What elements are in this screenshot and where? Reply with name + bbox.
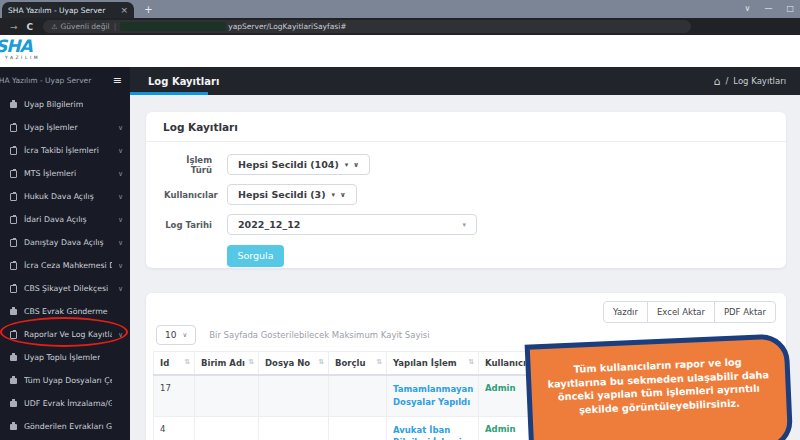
kullanicilar-dropdown[interactable]: Hepsi Secildi (3) ▾ ∨: [227, 184, 357, 205]
sidebar-item-udf-evrak[interactable]: UDF Evrak İmzalama/Görüntüleme: [0, 392, 130, 415]
briefcase-icon: [10, 102, 17, 108]
breadcrumb-current: Log Kayıtları: [733, 76, 786, 86]
col-header-id[interactable]: Id⇅: [154, 352, 195, 376]
url-redacted-host: [120, 22, 226, 31]
browser-url-bar: → C ⚠ Güvenli değil | yapServer/LogKayit…: [0, 18, 800, 35]
omnibox[interactable]: ⚠ Güvenli değil | yapServer/LogKayitlari…: [43, 20, 691, 33]
sort-icon[interactable]: ⇅: [318, 358, 324, 366]
sorgula-button[interactable]: Sorgula: [227, 245, 284, 267]
browser-tab-strip: SHA Yazılım - Uyap Server × + ∨ — □: [0, 0, 800, 18]
sidebar-title: SHA Yazılım - Uyap Server: [0, 76, 98, 85]
islem-link[interactable]: Tamamlanmayan Dosyalar Yapıldı: [393, 384, 473, 407]
caret-down-icon: ▾: [462, 221, 466, 229]
cell-borclu: [329, 416, 387, 440]
cell-birim: [195, 375, 259, 416]
minimize-icon[interactable]: —: [764, 1, 772, 17]
cell-dosya: [259, 375, 329, 416]
new-tab-button[interactable]: +: [142, 3, 155, 16]
tab-close-icon[interactable]: ×: [120, 5, 128, 15]
url-path: yapServer/LogKayitlariSayfasi#: [228, 22, 346, 31]
chevron-down-icon: ∨: [118, 239, 123, 247]
sidebar-item-uyap-islemler[interactable]: Uyap İşlemler ∨: [0, 116, 130, 139]
islem-link[interactable]: Avukat İban Bilgileri İşlemi Yapıldı: [393, 425, 462, 440]
log-tarihi-select[interactable]: 2022_12_12 ▾: [227, 214, 477, 235]
islem-turu-label: İşlem Türü: [164, 155, 212, 175]
sort-icon[interactable]: ⇅: [184, 358, 190, 366]
home-icon[interactable]: ⌂: [713, 75, 720, 88]
col-header-yapilan-islem[interactable]: Yapılan İşlem⇅: [387, 352, 479, 376]
clipboard-icon: [10, 124, 17, 132]
page-size-dropdown[interactable]: 10 ∨: [156, 325, 196, 345]
logo-title: SHA: [0, 38, 40, 55]
callout-text: Tüm kullanıcıların rapor ve log kayıtlar…: [542, 354, 774, 419]
sidebar-header: SHA Yazılım - Uyap Server ≡: [0, 67, 130, 93]
clipboard-icon: [10, 262, 17, 270]
chevron-down-icon: ∨: [118, 216, 123, 224]
cell-dosya: [259, 416, 329, 440]
page-size-hint: Bir Sayfada Gosterilebilecek Maksimum Ka…: [209, 330, 429, 340]
browser-tab-title: SHA Yazılım - Uyap Server: [8, 6, 116, 15]
print-button[interactable]: Yazdır: [603, 301, 648, 323]
log-tarihi-label: Log Tarihi: [164, 220, 212, 230]
breadcrumb: ⌂ / Log Kayıtları: [713, 67, 786, 95]
col-header-birim-adi[interactable]: Birim Adı⇅: [195, 352, 259, 376]
sidebar-item-mts[interactable]: MTS İşlemleri ∨: [0, 162, 130, 185]
url-separator: |: [114, 22, 117, 31]
forward-icon[interactable]: →: [10, 22, 18, 32]
clipboard-icon: [10, 216, 17, 224]
cell-birim: [195, 416, 259, 440]
breadcrumb-separator: /: [725, 76, 728, 86]
page-top-strip: Log Kayıtları ⌂ / Log Kayıtları: [130, 67, 800, 95]
red-circle-annotation: [0, 317, 128, 347]
cell-borclu: [329, 375, 387, 416]
clipboard-icon: [10, 147, 17, 155]
caret-down-icon: ▾: [345, 161, 349, 169]
sidebar-item-tum-uyap[interactable]: Tüm Uyap Dosyaları Çekme: [0, 369, 130, 392]
chevron-down-icon: ∨: [118, 285, 123, 293]
filter-card-title: Log Kayıtları: [146, 112, 786, 142]
sidebar-item-uyap-bilgilerim[interactable]: Uyap Bilgilerim: [0, 93, 130, 116]
hamburger-icon[interactable]: ≡: [113, 74, 122, 87]
chevron-down-icon: ∨: [118, 193, 123, 201]
col-header-dosya-no[interactable]: Dosya No⇅: [259, 352, 329, 376]
tab-search-icon[interactable]: ∨: [745, 1, 751, 17]
briefcase-icon: [10, 378, 17, 384]
sidebar-item-gonderilen-evrak[interactable]: Gönderilen Evrakları Görüntüleme: [0, 415, 130, 438]
not-secure-icon: ⚠: [51, 23, 57, 31]
sort-icon[interactable]: ⇅: [248, 358, 254, 366]
cell-id: 17: [154, 375, 195, 416]
sidebar-item-uyap-toplu[interactable]: Uyap Toplu İşlemler: [0, 346, 130, 369]
col-header-borclu[interactable]: Borçlu⇅: [329, 352, 387, 376]
reload-icon[interactable]: C: [27, 22, 34, 32]
briefcase-icon: [10, 401, 17, 407]
sidebar-item-hukuk-dava[interactable]: Hukuk Dava Açılış ∨: [0, 185, 130, 208]
chevron-down-icon: ∨: [118, 170, 123, 178]
chevron-down-icon: ∨: [182, 331, 187, 339]
sidebar: SHA Yazılım - Uyap Server ≡ Uyap Bilgile…: [0, 67, 130, 440]
sort-icon[interactable]: ⇅: [468, 358, 474, 366]
sidebar-item-icra-takibi[interactable]: İcra Takibi İşlemleri ∨: [0, 139, 130, 162]
sort-icon[interactable]: ⇅: [376, 358, 382, 366]
sidebar-item-idari-dava[interactable]: İdari Dava Açılış ∨: [0, 208, 130, 231]
not-secure-label[interactable]: Güvenli değil: [60, 22, 109, 31]
islem-turu-dropdown[interactable]: Hepsi Secildi (104) ▾ ∨: [227, 154, 370, 175]
briefcase-icon: [10, 355, 17, 361]
sha-logo: SHA YAZILIM: [0, 38, 40, 60]
sidebar-item-cbs-sikayet[interactable]: CBS Şikayet Dilekçesi ∨: [0, 277, 130, 300]
window-controls: ∨ — □: [745, 1, 794, 17]
excel-export-button[interactable]: Excel Aktar: [647, 301, 715, 323]
tutorial-callout: Tüm kullanıcıların rapor ve log kayıtlar…: [525, 333, 794, 440]
open-page-tab[interactable]: Log Kayıtları: [130, 67, 237, 95]
logo-subtitle: YAZILIM: [5, 55, 40, 60]
chevron-down-icon: ∨: [118, 147, 123, 155]
briefcase-icon: [10, 309, 17, 315]
filter-card: Log Kayıtları İşlem Türü Hepsi Secildi (…: [146, 112, 786, 268]
cell-id: 4: [154, 416, 195, 440]
pdf-export-button[interactable]: PDF Aktar: [714, 301, 776, 323]
cell-kullanici: Admin: [485, 424, 516, 434]
maximize-icon[interactable]: □: [786, 1, 794, 17]
browser-tab[interactable]: SHA Yazılım - Uyap Server ×: [2, 2, 134, 18]
sidebar-item-danistay-dava[interactable]: Danıştay Dava Açılış ∨: [0, 231, 130, 254]
sidebar-item-icra-ceza[interactable]: İcra Ceza Mahkemesi Dava Açılış ∨: [0, 254, 130, 277]
cell-kullanici: Admin: [485, 383, 516, 393]
